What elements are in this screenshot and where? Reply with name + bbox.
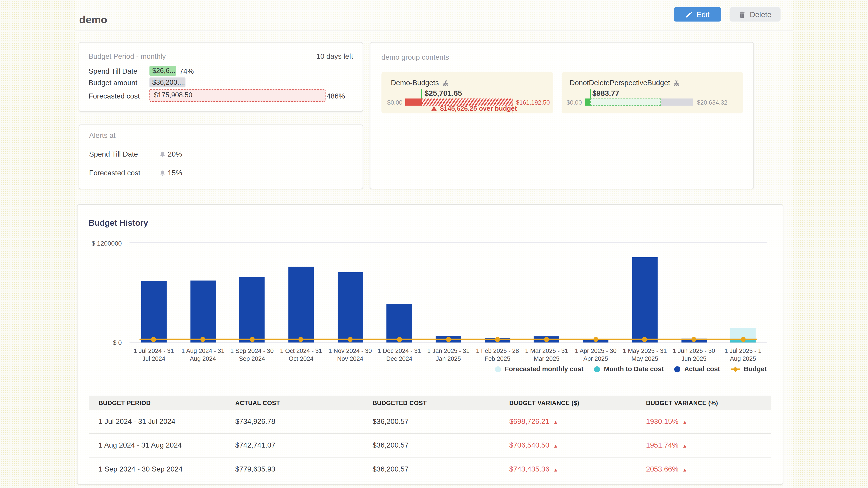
forecast-segment <box>590 98 661 106</box>
child-budget-name: Demo-Budgets <box>391 78 439 87</box>
legend-label: Budget <box>744 365 767 373</box>
up-triangle-icon: ▲ <box>553 443 558 449</box>
pencil-icon <box>686 11 693 18</box>
alert-threshold: 20% <box>168 150 182 158</box>
budget-period-card-head: Budget Period - monthly 10 days left <box>89 52 353 60</box>
delete-button[interactable]: Delete <box>730 7 780 22</box>
gridline-600k <box>129 292 767 293</box>
child-budget-spend-value: $25,701.65 <box>425 89 462 97</box>
up-triangle-icon: ▲ <box>553 419 558 425</box>
cell-variance-pct: 1951.74%▲ <box>646 434 687 457</box>
x-axis-label-3: 1 Oct 2024 - 31Oct 2024 <box>276 348 326 362</box>
table-row-0[interactable]: 1 Jul 2024 - 31 Jul 2024$734,926.78$36,2… <box>89 410 771 434</box>
x-axis-label-12: 1 Jul 2025 - 1Aug 2025 <box>718 348 768 362</box>
budget-point-12[interactable] <box>741 337 745 342</box>
forecasted-cost-value: $175,908.50 <box>149 89 326 102</box>
spend-till-date-percent: 74% <box>179 67 194 75</box>
budget-point-1[interactable] <box>200 337 206 342</box>
bar-min-label: $0.00 <box>563 99 582 105</box>
budget-point-8[interactable] <box>544 337 549 342</box>
bar-actual-cost-5[interactable] <box>386 304 412 343</box>
cell-period: 1 Jul 2024 - 31 Jul 2024 <box>98 410 176 433</box>
legend-dot-mtd <box>594 366 600 372</box>
alert-row-spend: Spend Till Date 20% <box>89 150 200 158</box>
bar-actual-cost-2[interactable] <box>239 278 265 343</box>
content-panel: demo Edit Delete Budget Period - monthly… <box>75 0 793 488</box>
group-contents-header: demo group contents <box>381 53 449 61</box>
x-axis-label-9: 1 Apr 2025 - 30Apr 2025 <box>571 348 620 362</box>
cell-actual-cost: $742,741.07 <box>235 434 275 457</box>
child-budget-spend-value: $983.77 <box>592 89 619 97</box>
cell-actual-cost: $734,926.78 <box>235 410 275 433</box>
alerts-header: Alerts at <box>89 131 116 139</box>
edit-button-label: Edit <box>697 10 710 19</box>
spend-till-date-value: $26,6... <box>149 66 176 76</box>
x-axis-label-8: 1 Mar 2025 - 31Mar 2025 <box>522 348 571 362</box>
budget-history-title: Budget History <box>89 218 148 228</box>
spend-till-date-label: Spend Till Date <box>89 67 137 75</box>
cell-variance-pct: 2053.66%▲ <box>646 457 687 481</box>
alert-label: Forecasted cost <box>89 169 159 177</box>
cell-budgeted-cost: $36,200.57 <box>373 457 408 481</box>
legend-item-forecasted[interactable]: Forecasted monthly cost <box>495 365 583 373</box>
table-row-1[interactable]: 1 Aug 2024 - 31 Aug 2024$742,741.07$36,2… <box>89 434 771 457</box>
budget-point-5[interactable] <box>397 337 402 342</box>
budget-amount-value: $36,200.... <box>149 77 185 88</box>
bar-actual-cost-4[interactable] <box>338 272 363 343</box>
col-budgeted-cost: BUDGETED COST <box>373 396 427 410</box>
legend-dot-actual <box>674 366 680 372</box>
legend-label: Actual cost <box>684 365 720 373</box>
legend-item-actual[interactable]: Actual cost <box>674 365 720 373</box>
history-table-header: BUDGET PERIOD ACTUAL COST BUDGETED COST … <box>89 396 771 410</box>
legend-item-budget[interactable]: Budget <box>731 365 767 373</box>
delete-button-label: Delete <box>750 10 772 19</box>
trash-icon <box>739 11 746 18</box>
bar-max-label: $20,634.32 <box>697 99 727 105</box>
x-axis-label-1: 1 Aug 2024 - 31Aug 2024 <box>178 348 228 362</box>
x-axis-label-2: 1 Sep 2024 - 30Sep 2024 <box>227 348 277 362</box>
cell-budgeted-cost: $36,200.57 <box>373 410 408 433</box>
group-contents-card: demo group contents Demo-Budgets $25,701… <box>370 42 754 189</box>
y-axis-top-label: $ 1200000 <box>78 240 122 247</box>
bar-actual-cost-3[interactable] <box>288 267 314 343</box>
gridline-1200k <box>129 242 767 243</box>
x-axis-label-5: 1 Dec 2024 - 31Dec 2024 <box>374 348 424 362</box>
alerts-card: Alerts at Spend Till Date 20% Forecasted… <box>79 125 363 189</box>
table-row-2[interactable]: 1 Sep 2024 - 30 Sep 2024$779,635.93$36,2… <box>89 457 771 481</box>
child-budget-card-demo-budgets[interactable]: Demo-Budgets $25,701.65 $0.00 $161,192.5… <box>381 72 553 113</box>
cell-period: 1 Sep 2024 - 30 Sep 2024 <box>98 457 183 481</box>
bell-icon <box>159 170 165 176</box>
cell-period: 1 Aug 2024 - 31 Aug 2024 <box>98 434 182 457</box>
up-triangle-icon: ▲ <box>682 443 687 449</box>
cell-budgeted-cost: $36,200.57 <box>373 434 408 457</box>
budget-point-2[interactable] <box>250 337 254 342</box>
forecasted-cost-percent: 486% <box>327 92 345 100</box>
budget-period-card: Budget Period - monthly 10 days left Spe… <box>79 42 363 112</box>
history-table-body: 1 Jul 2024 - 31 Jul 2024$734,926.78$36,2… <box>89 410 771 482</box>
legend-item-mtd[interactable]: Month to Date cost <box>594 365 664 373</box>
days-left-label: 10 days left <box>316 52 353 60</box>
bar-actual-cost-0[interactable] <box>141 281 166 343</box>
budget-point-9[interactable] <box>593 337 598 342</box>
budget-history-card: Budget History $ 1200000 $ 0 1 Jul 2024 … <box>77 204 783 485</box>
child-budget-card-donotdelete[interactable]: DonotDeletePerspectiveBudget $983.77 $0.… <box>562 72 743 113</box>
page-header: demo Edit Delete <box>75 0 793 31</box>
budget-detail-page: demo Edit Delete Budget Period - monthly… <box>0 0 868 488</box>
x-axis-label-7: 1 Feb 2025 - 28Feb 2025 <box>473 348 522 362</box>
cell-variance-pct: 1930.15%▲ <box>646 410 687 434</box>
hierarchy-icon <box>442 79 449 86</box>
bar-actual-cost-10[interactable] <box>632 257 657 343</box>
bar-actual-cost-1[interactable] <box>190 281 216 343</box>
col-actual-cost: ACTUAL COST <box>235 396 280 410</box>
alert-row-forecast: Forecasted cost 15% <box>89 169 200 177</box>
over-budget-row: $145,626.25 over budget <box>431 105 517 112</box>
edit-button[interactable]: Edit <box>674 7 721 22</box>
legend-dot-forecasted <box>495 366 501 372</box>
chart-x-axis: 1 Jul 2024 - 31Jul 20241 Aug 2024 - 31Au… <box>129 348 767 365</box>
donotdelete-bar[interactable] <box>585 98 693 106</box>
over-budget-text: $145,626.25 over budget <box>440 105 517 112</box>
cell-variance-usd: $743,435.36▲ <box>509 457 558 481</box>
chart-legend: Forecasted monthly cost Month to Date co… <box>495 365 767 373</box>
budget-point-11[interactable] <box>691 337 696 342</box>
alert-threshold: 15% <box>168 169 182 177</box>
